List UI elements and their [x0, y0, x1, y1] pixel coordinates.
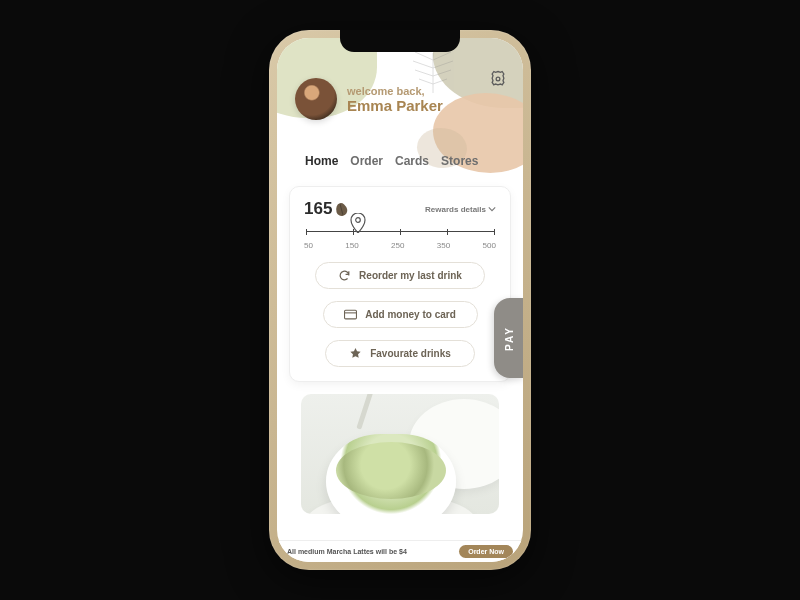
tab-order[interactable]: Order — [350, 154, 383, 170]
scale-label: 250 — [391, 241, 404, 250]
profile-block: welcome back, Emma Parker — [295, 78, 443, 120]
app-screen: welcome back, Emma Parker Home Order Car… — [277, 38, 523, 562]
header: welcome back, Emma Parker Home Order Car… — [277, 38, 523, 176]
avatar[interactable] — [295, 78, 337, 120]
svg-line-1 — [415, 52, 433, 60]
rewards-details-label: Rewards details — [425, 205, 486, 214]
scale-label: 350 — [437, 241, 450, 250]
refresh-icon — [338, 269, 351, 282]
svg-line-2 — [433, 52, 451, 60]
svg-line-5 — [415, 70, 433, 76]
svg-line-3 — [413, 61, 433, 68]
rewards-scale: 50 150 250 350 500 — [304, 231, 496, 250]
scale-label: 150 — [345, 241, 358, 250]
svg-point-10 — [355, 218, 360, 223]
nav-tabs: Home Order Cards Stores — [277, 154, 523, 170]
promo-image — [301, 394, 499, 514]
tab-cards[interactable]: Cards — [395, 154, 429, 170]
rewards-details-link[interactable]: Rewards details — [425, 205, 496, 214]
gear-icon — [488, 69, 508, 89]
scale-marker — [350, 213, 366, 229]
bean-icon — [335, 201, 349, 216]
add-money-button[interactable]: Add money to card — [323, 301, 478, 328]
pay-button[interactable]: PAY — [494, 298, 523, 378]
reorder-button[interactable]: Reorder my last drink — [315, 262, 485, 289]
reorder-label: Reorder my last drink — [359, 270, 462, 281]
pay-label: PAY — [504, 326, 515, 351]
phone-frame: welcome back, Emma Parker Home Order Car… — [269, 30, 531, 570]
chevron-down-icon — [488, 205, 496, 213]
svg-line-4 — [433, 61, 453, 68]
add-money-label: Add money to card — [365, 309, 456, 320]
scale-label: 50 — [304, 241, 313, 250]
svg-rect-11 — [345, 310, 357, 319]
favourite-label: Favourate drinks — [370, 348, 451, 359]
svg-point-9 — [496, 77, 500, 81]
promo-text: All medium Marcha Lattes will be $4 — [287, 548, 407, 555]
main-content: 165 Rewards details — [277, 176, 523, 514]
scale-label: 500 — [483, 241, 496, 250]
rewards-card: 165 Rewards details — [289, 186, 511, 382]
card-icon — [344, 308, 357, 321]
points-value: 165 — [304, 199, 332, 219]
device-notch — [340, 30, 460, 52]
tab-home[interactable]: Home — [305, 154, 338, 170]
svg-line-6 — [433, 70, 451, 76]
promo-bar: All medium Marcha Lattes will be $4 Orde… — [277, 540, 523, 562]
favourite-button[interactable]: Favourate drinks — [325, 340, 475, 367]
welcome-label: welcome back, — [347, 85, 443, 97]
tab-stores[interactable]: Stores — [441, 154, 478, 170]
user-name: Emma Parker — [347, 97, 443, 114]
scale-labels: 50 150 250 350 500 — [304, 241, 496, 250]
points-display: 165 — [304, 199, 347, 219]
settings-button[interactable] — [487, 68, 509, 90]
star-icon — [349, 347, 362, 360]
order-now-button[interactable]: Order Now — [459, 545, 513, 558]
